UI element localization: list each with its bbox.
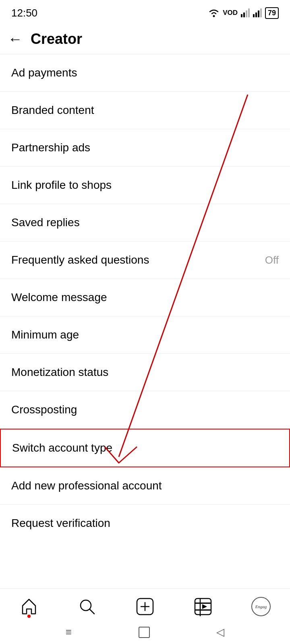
nav-search[interactable] — [77, 597, 97, 616]
menu-item-partnership-ads[interactable]: Partnership ads — [0, 129, 290, 167]
svg-point-10 — [81, 600, 91, 611]
wifi-icon — [208, 8, 220, 17]
android-menu-icon[interactable]: ≡ — [66, 626, 72, 638]
menu-item-faq[interactable]: Frequently asked questions Off — [0, 242, 290, 279]
status-time: 12:50 — [11, 7, 37, 19]
svg-rect-17 — [195, 609, 211, 611]
nav-reels[interactable] — [193, 597, 213, 616]
avatar: Engag — [251, 597, 271, 616]
svg-rect-8 — [260, 8, 262, 17]
signal-text: VOD — [223, 9, 238, 17]
header: ← Creator — [0, 24, 290, 54]
bottom-nav-icons: Engag — [0, 589, 290, 620]
menu-item-switch-account-type[interactable]: Switch account type — [0, 429, 290, 467]
search-icon — [77, 597, 97, 616]
menu-item-minimum-age[interactable]: Minimum age — [0, 316, 290, 354]
nav-profile[interactable]: Engag — [251, 597, 271, 616]
battery-indicator: 79 — [265, 7, 279, 19]
android-nav-bar: ≡ ◁ — [0, 620, 290, 644]
svg-marker-19 — [202, 604, 207, 609]
svg-rect-16 — [195, 603, 211, 604]
menu-item-saved-replies[interactable]: Saved replies — [0, 204, 290, 242]
page-title: Creator — [31, 31, 82, 47]
nav-add[interactable] — [135, 597, 155, 616]
menu-item-link-profile-shops[interactable]: Link profile to shops — [0, 167, 290, 204]
android-back-icon[interactable]: ◁ — [216, 626, 224, 638]
status-icons: VOD 79 — [208, 7, 279, 19]
svg-rect-6 — [255, 12, 257, 17]
menu-item-add-professional[interactable]: Add new professional account — [0, 467, 290, 505]
home-notification-dot — [27, 615, 31, 618]
back-button[interactable]: ← — [8, 32, 23, 46]
signal-bars-icon — [241, 8, 250, 17]
status-bar: 12:50 VOD 79 — [0, 0, 290, 24]
nav-home[interactable] — [19, 597, 39, 616]
svg-rect-2 — [243, 12, 245, 17]
bottom-nav: Engag ≡ ◁ — [0, 588, 290, 644]
svg-rect-5 — [253, 14, 255, 17]
menu-item-ad-payments[interactable]: Ad payments — [0, 54, 290, 92]
menu-item-branded-content[interactable]: Branded content — [0, 92, 290, 129]
svg-point-0 — [213, 15, 215, 17]
reels-icon — [193, 597, 213, 616]
svg-line-11 — [90, 609, 94, 614]
menu-list: Ad payments Branded content Partnership … — [0, 54, 290, 542]
signal-bars2-icon — [253, 8, 262, 17]
battery-level: 79 — [268, 9, 276, 17]
menu-item-welcome-message[interactable]: Welcome message — [0, 279, 290, 316]
svg-rect-4 — [248, 8, 250, 17]
avatar-label: Engag — [255, 604, 267, 609]
menu-item-request-verification[interactable]: Request verification — [0, 505, 290, 542]
home-icon — [19, 597, 39, 616]
menu-item-crossposting[interactable]: Crossposting — [0, 391, 290, 429]
menu-item-monetization-status[interactable]: Monetization status — [0, 354, 290, 391]
android-home-icon[interactable] — [139, 627, 150, 638]
add-icon — [135, 597, 155, 616]
svg-rect-7 — [258, 10, 259, 17]
svg-rect-3 — [246, 10, 247, 17]
svg-rect-1 — [241, 14, 242, 17]
